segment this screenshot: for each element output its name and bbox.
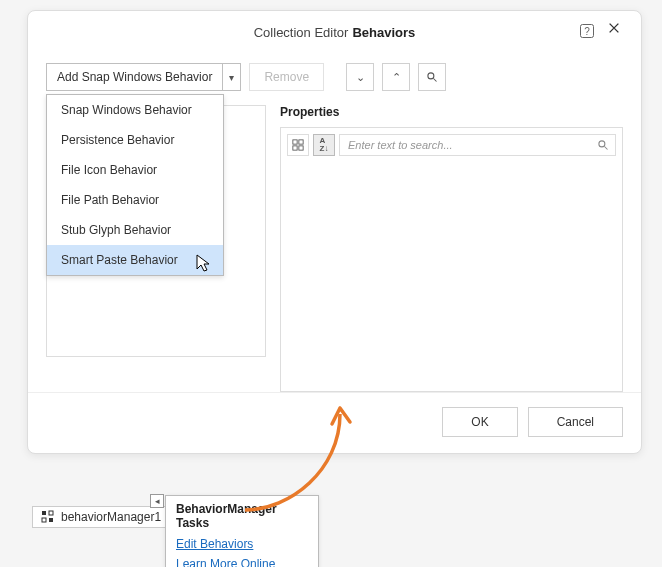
remove-button[interactable]: Remove: [249, 63, 324, 91]
edit-behaviors-link[interactable]: Edit Behaviors: [166, 534, 318, 554]
dropdown-item-file-icon[interactable]: File Icon Behavior: [47, 155, 223, 185]
close-icon[interactable]: [607, 21, 627, 41]
sort-az-icon: AZ↓: [320, 137, 329, 153]
search-input[interactable]: [346, 138, 597, 152]
dropdown-item-file-path[interactable]: File Path Behavior: [47, 185, 223, 215]
svg-rect-10: [42, 518, 46, 522]
categorized-view-button[interactable]: [287, 134, 309, 156]
cancel-button[interactable]: Cancel: [528, 407, 623, 437]
svg-rect-4: [299, 140, 303, 144]
footer: OK Cancel: [28, 392, 641, 453]
behavior-manager-component[interactable]: behaviorManager1: [32, 506, 170, 528]
add-behavior-dropdown: Snap Windows Behavior Persistence Behavi…: [46, 94, 224, 276]
search-toolbar-button[interactable]: [418, 63, 446, 91]
svg-rect-6: [299, 146, 303, 150]
component-name: behaviorManager1: [61, 510, 161, 524]
svg-text:?: ?: [584, 26, 590, 37]
properties-box: AZ↓: [280, 127, 623, 392]
add-behavior-split-button[interactable]: Add Snap Windows Behavior ▾: [46, 63, 241, 91]
search-icon: [597, 139, 609, 151]
properties-header: Properties: [280, 105, 623, 119]
chevron-down-icon[interactable]: ▾: [222, 64, 240, 90]
ok-button[interactable]: OK: [442, 407, 517, 437]
title-prefix: Collection Editor: [254, 25, 349, 40]
dropdown-item-persistence[interactable]: Persistence Behavior: [47, 125, 223, 155]
chevron-down-icon: ⌄: [356, 71, 365, 84]
categorized-icon: [292, 139, 304, 151]
alphabetical-view-button[interactable]: AZ↓: [313, 134, 335, 156]
properties-search[interactable]: [339, 134, 616, 156]
learn-more-link[interactable]: Learn More Online: [166, 554, 318, 567]
svg-point-7: [599, 141, 605, 147]
chevron-up-icon: ⌃: [392, 71, 401, 84]
svg-rect-11: [49, 518, 53, 522]
chevron-left-icon: ◂: [155, 496, 160, 506]
dropdown-item-smart-paste[interactable]: Smart Paste Behavior: [47, 245, 223, 275]
svg-rect-8: [42, 511, 46, 515]
component-icon: [41, 510, 55, 524]
properties-panel: Properties AZ↓: [280, 105, 623, 392]
toolbar: Add Snap Windows Behavior ▾ Remove ⌄ ⌃: [28, 53, 641, 91]
help-icon[interactable]: ?: [579, 23, 597, 41]
titlebar: Collection Editor Behaviors ?: [28, 11, 641, 53]
svg-rect-5: [293, 146, 297, 150]
smart-tag-glyph[interactable]: ◂: [150, 494, 164, 508]
title-main: Behaviors: [352, 25, 415, 40]
svg-rect-3: [293, 140, 297, 144]
svg-rect-9: [49, 511, 53, 515]
move-up-button[interactable]: ⌃: [382, 63, 410, 91]
tasks-title: BehaviorManager Tasks: [166, 496, 318, 534]
search-icon: [426, 71, 438, 83]
dropdown-item-stub-glyph[interactable]: Stub Glyph Behavior: [47, 215, 223, 245]
dropdown-item-snap-windows[interactable]: Snap Windows Behavior: [47, 95, 223, 125]
svg-point-2: [428, 73, 434, 79]
behavior-manager-tasks-popup: BehaviorManager Tasks Edit Behaviors Lea…: [165, 495, 319, 567]
move-down-button[interactable]: ⌄: [346, 63, 374, 91]
add-behavior-label[interactable]: Add Snap Windows Behavior: [47, 64, 222, 90]
